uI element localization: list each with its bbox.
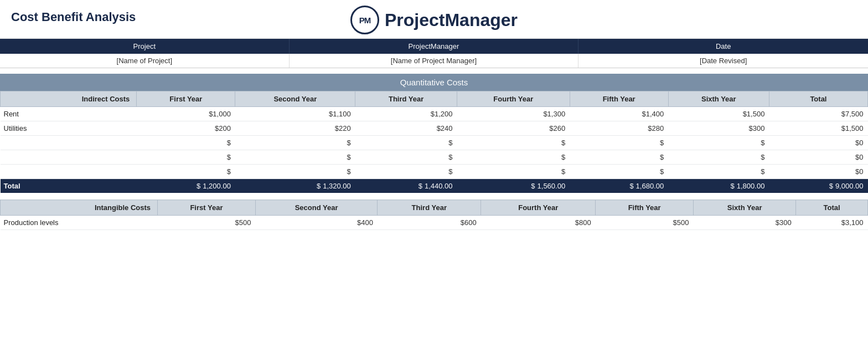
total-cell: $1,800.00 (668, 179, 769, 193)
intangible-col-total: Total (796, 200, 868, 216)
intangible-costs-header-row: Intangible Costs First Year Second Year … (1, 200, 868, 216)
total-row: Total$1,200.00$1,320.00$1,440.00$1,560.0… (1, 179, 868, 193)
total-cell: $1,200.00 (137, 179, 235, 193)
cell-value: $ (355, 136, 457, 150)
row-label (1, 150, 137, 165)
cell-value: $220 (235, 121, 355, 136)
table-row: $$$$$$$0 (1, 150, 868, 165)
header: Cost Benefit Analysis PM ProjectManager (0, 0, 868, 39)
cell-value: $0 (769, 136, 867, 150)
row-label: Utilities (1, 121, 137, 136)
indirect-costs-table: Indirect Costs First Year Second Year Th… (0, 91, 868, 193)
col-third-year: Third Year (355, 91, 457, 107)
intangible-costs-label: Intangible Costs (1, 200, 158, 216)
info-bar-values: [Name of Project] [Name of Project Manag… (0, 54, 868, 68)
total-cell: $1,440.00 (355, 179, 457, 193)
row-label: Rent (1, 107, 137, 121)
info-col2-value: [Name of Project Manager] (290, 54, 579, 68)
col-sixth-year: Sixth Year (668, 91, 769, 107)
logo-initials: PM (359, 16, 371, 25)
col-fifth-year: Fifth Year (570, 91, 668, 107)
table-row: $$$$$$$0 (1, 136, 868, 150)
indirect-costs-header-row: Indirect Costs First Year Second Year Th… (1, 91, 868, 107)
cell-value: $0 (769, 150, 867, 165)
cell-value: $7,500 (769, 107, 867, 121)
intangible-col-sixth-year: Sixth Year (694, 200, 796, 216)
col-fourth-year: Fourth Year (457, 91, 570, 107)
total-cell: $9,000.00 (769, 179, 867, 193)
logo-icon: PM (350, 6, 379, 34)
cell-value: $ (457, 150, 570, 165)
cell-value: $240 (355, 121, 457, 136)
logo-area: PM ProjectManager (350, 6, 518, 34)
cell-value: $ (570, 150, 668, 165)
cell-value: $ (668, 136, 769, 150)
cell-value: $ (235, 136, 355, 150)
total-cell: $1,560.00 (457, 179, 570, 193)
cell-value: $ (235, 150, 355, 165)
total-cell: $1,320.00 (235, 179, 355, 193)
cell-value: $ (355, 150, 457, 165)
cell-value: $1,100 (235, 107, 355, 121)
intangible-col-fifth-year: Fifth Year (596, 200, 694, 216)
col-second-year: Second Year (235, 91, 355, 107)
intangible-costs-table: Intangible Costs First Year Second Year … (0, 200, 868, 230)
page: Cost Benefit Analysis PM ProjectManager … (0, 0, 868, 347)
intangible-col-first-year: First Year (158, 200, 256, 216)
intangible-col-third-year: Third Year (378, 200, 481, 216)
cell-value: $500 (158, 216, 256, 230)
cell-value: $300 (694, 216, 796, 230)
cell-value: $ (137, 150, 235, 165)
cell-value: $0 (769, 165, 867, 179)
cell-value: $ (668, 165, 769, 179)
intangible-col-fourth-year: Fourth Year (481, 200, 596, 216)
cell-value: $1,200 (355, 107, 457, 121)
cell-value: $1,300 (457, 107, 570, 121)
info-col1-value: [Name of Project] (0, 54, 290, 68)
table-row: Utilities$200$220$240$260$280$300$1,500 (1, 121, 868, 136)
table-row: $$$$$$$0 (1, 165, 868, 179)
cell-value: $ (355, 165, 457, 179)
cell-value: $200 (137, 121, 235, 136)
cell-value: $ (235, 165, 355, 179)
info-bar-headers: Project ProjectManager Date (0, 39, 868, 54)
total-label: Total (1, 179, 137, 193)
cell-value: $ (457, 136, 570, 150)
table-row: Production levels$500$400$600$800$500$30… (1, 216, 868, 230)
cell-value: $260 (457, 121, 570, 136)
quantitative-costs-header: Quantitative Costs (0, 74, 868, 91)
cell-value: $280 (570, 121, 668, 136)
cell-value: $1,500 (769, 121, 867, 136)
cell-value: $ (137, 165, 235, 179)
cell-value: $300 (668, 121, 769, 136)
info-col1-header: Project (0, 39, 290, 54)
logo-name: ProjectManager (385, 10, 518, 30)
cell-value: $ (570, 136, 668, 150)
cell-value: $500 (596, 216, 694, 230)
intangible-col-second-year: Second Year (255, 200, 378, 216)
cell-value: $ (668, 150, 769, 165)
cell-value: $600 (378, 216, 481, 230)
page-title: Cost Benefit Analysis (11, 10, 136, 24)
col-first-year: First Year (137, 91, 235, 107)
cell-value: $1,400 (570, 107, 668, 121)
cell-value: $800 (481, 216, 596, 230)
info-col3-value: [Date Revised] (578, 54, 868, 68)
cell-value: $3,100 (796, 216, 868, 230)
cell-value: $ (570, 165, 668, 179)
cell-value: $1,500 (668, 107, 769, 121)
total-cell: $1,680.00 (570, 179, 668, 193)
intangible-section: Intangible Costs First Year Second Year … (0, 200, 868, 230)
info-col2-header: ProjectManager (290, 39, 579, 54)
cell-value: $400 (255, 216, 378, 230)
indirect-costs-label: Indirect Costs (1, 91, 137, 107)
row-label (1, 165, 137, 179)
col-total: Total (769, 91, 867, 107)
table-row: Rent$1,000$1,100$1,200$1,300$1,400$1,500… (1, 107, 868, 121)
info-col3-header: Date (578, 39, 868, 54)
row-label: Production levels (1, 216, 158, 230)
cell-value: $1,000 (137, 107, 235, 121)
cell-value: $ (137, 136, 235, 150)
cell-value: $ (457, 165, 570, 179)
row-label (1, 136, 137, 150)
